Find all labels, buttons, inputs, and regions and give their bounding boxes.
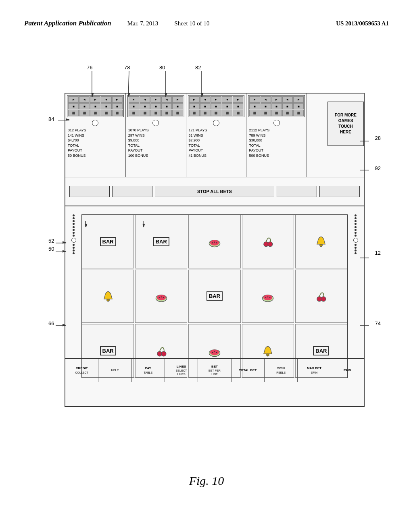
page-header: Patent Application Publication Mar. 7, 2… [24, 19, 389, 27]
circle-indicator-4 [273, 120, 280, 126]
mini-slot-3: ▶ ◀ ▶ ◀ ▶ ◼ ◼ ◼ ◼ ◼ ⬛ ⬛ ⬛ ⬛ ⬛ [188, 95, 245, 117]
watermelon-icon [208, 344, 221, 358]
slot-cell: ⬛ [112, 110, 123, 116]
svg-point-30 [214, 351, 215, 352]
reel-cell-r1c5 [295, 215, 347, 268]
slot-cell: ▶ [150, 96, 161, 103]
side-circle-right [353, 238, 358, 243]
svg-point-31 [216, 352, 217, 353]
reel-cell-r1c3 [188, 215, 240, 268]
header-sheet: Sheet 10 of 10 [174, 20, 209, 27]
reel-cell-r2c2 [135, 270, 187, 323]
side-dot [355, 217, 357, 219]
ref-80: 80 [159, 64, 165, 71]
dot-group [73, 214, 75, 225]
game-panel-2[interactable]: ▶ ◀ ▶ ◀ ▶ ◼ ◼ ◼ ◼ ◼ ⬛ ⬛ ⬛ ⬛ ⬛ [126, 94, 186, 177]
bet-per-line-button[interactable]: BET BET PER LINE [198, 359, 231, 382]
svg-point-19 [263, 295, 272, 301]
side-dot [73, 244, 75, 246]
game-panel-4[interactable]: ▶ ◀ ▶ ◀ ▶ ◼ ◼ ◼ ◼ ◼ ⬛ ⬛ ⬛ ⬛ ⬛ [246, 94, 307, 177]
slot-cell: ◀ [261, 96, 271, 103]
svg-point-15 [159, 297, 160, 298]
side-dot [355, 244, 357, 246]
slot-cell: ▶ [233, 96, 243, 103]
spin-reels-button[interactable]: SPIN REELS [265, 359, 298, 382]
side-dot [355, 220, 357, 222]
slot-cell: ◼ [233, 103, 243, 110]
slot-cell: ◀ [200, 96, 211, 103]
game-panel-1[interactable]: ▶ ◀ ▶ ◀ ▶ ◼ ◼ ◼ ◼ ◼ ⬛ ⬛ ⬛ ⬛ ⬛ [65, 94, 126, 177]
ref-66: 66 [48, 320, 54, 326]
svg-point-9 [321, 246, 322, 247]
side-dot [73, 223, 75, 225]
side-dot [355, 252, 357, 254]
slot-cell: ◼ [68, 103, 79, 110]
pay-table-button[interactable]: PAY TABLE [132, 359, 165, 382]
watermelon-icon [154, 289, 168, 303]
slot-cell: ⬛ [282, 110, 293, 116]
ref-78: 78 [124, 64, 130, 71]
slot-cell: ◀ [140, 96, 150, 103]
side-dot [355, 226, 357, 228]
panel-button-4[interactable] [319, 186, 360, 197]
svg-point-20 [265, 297, 267, 298]
svg-point-21 [267, 296, 269, 297]
credit-collect-button[interactable]: CREDIT COLLECT [65, 359, 98, 382]
reel-cell-r2c5 [295, 270, 347, 323]
slot-cell: ▶ [112, 96, 123, 103]
for-more-games-button[interactable]: FOR MOREGAMESTOUCHHERE [327, 102, 364, 146]
select-lines-button[interactable]: LINES SELECT LINES [165, 359, 198, 382]
slot-cell: ◼ [189, 103, 200, 110]
side-dot [355, 232, 357, 234]
svg-point-4 [216, 242, 217, 243]
slot-cell: ⬛ [200, 110, 211, 116]
panel-button-1[interactable] [69, 186, 110, 197]
slot-cell: ◼ [140, 103, 150, 110]
game-panel-3[interactable]: ▶ ◀ ▶ ◀ ▶ ◼ ◼ ◼ ◼ ◼ ⬛ ⬛ ⬛ ⬛ ⬛ [186, 94, 247, 177]
ref-50: 50 [48, 246, 54, 252]
side-dot [355, 214, 357, 216]
cherry-icon [314, 289, 328, 303]
slot-cell: ◼ [150, 103, 161, 110]
svg-point-17 [163, 297, 164, 298]
slot-cell: ▶ [249, 96, 260, 103]
slot-cell: ▶ [271, 96, 282, 103]
slot-cell: ◼ [101, 103, 111, 110]
reel-grid: BAR BAR [81, 214, 348, 378]
help-button[interactable]: HELP [98, 359, 131, 382]
slot-cell: ⬛ [150, 110, 161, 116]
slot-cell: ⬛ [271, 110, 282, 116]
slot-cell: ◼ [222, 103, 232, 110]
slot-cell: ◼ [282, 103, 293, 110]
dot-group [73, 244, 75, 254]
slot-cell: ⬛ [233, 110, 243, 116]
ref-12: 12 [375, 250, 381, 256]
side-dot [355, 247, 357, 249]
total-bet-button[interactable]: TOTAL BET [232, 359, 265, 382]
ref-92: 92 [375, 165, 381, 171]
svg-point-14 [157, 295, 166, 301]
header-patent: US 2013/0059653 A1 [336, 20, 389, 27]
side-dot [355, 249, 357, 251]
slot-cell: ⬛ [189, 110, 200, 116]
panel-stats-4: 2112 PLAYS789 WINS$30,000TOTALPAYOUT500 … [248, 127, 305, 159]
panel-button-3[interactable] [277, 186, 317, 197]
panel-button-2[interactable] [112, 186, 152, 197]
stop-all-bets-button[interactable]: STOP ALL BETS [155, 186, 274, 197]
svg-point-3 [214, 242, 215, 243]
side-dot [73, 226, 75, 228]
slot-cell: ▶ [68, 96, 79, 103]
figure-label: Fig. 10 [189, 474, 224, 488]
max-bet-spin-button[interactable]: MAX BET SPIN [298, 359, 331, 382]
slot-cell: ⬛ [129, 110, 139, 116]
svg-point-16 [161, 296, 162, 297]
side-dot [73, 229, 75, 231]
side-dot [73, 252, 75, 254]
paid-display: PAID [331, 359, 364, 382]
slot-cell: ◀ [79, 96, 90, 103]
svg-point-34 [267, 355, 268, 356]
slot-cell: ⬛ [172, 110, 183, 116]
svg-point-29 [212, 352, 213, 353]
slot-cell: ⬛ [222, 110, 232, 116]
reel-cell-r1c1: BAR [82, 215, 134, 268]
